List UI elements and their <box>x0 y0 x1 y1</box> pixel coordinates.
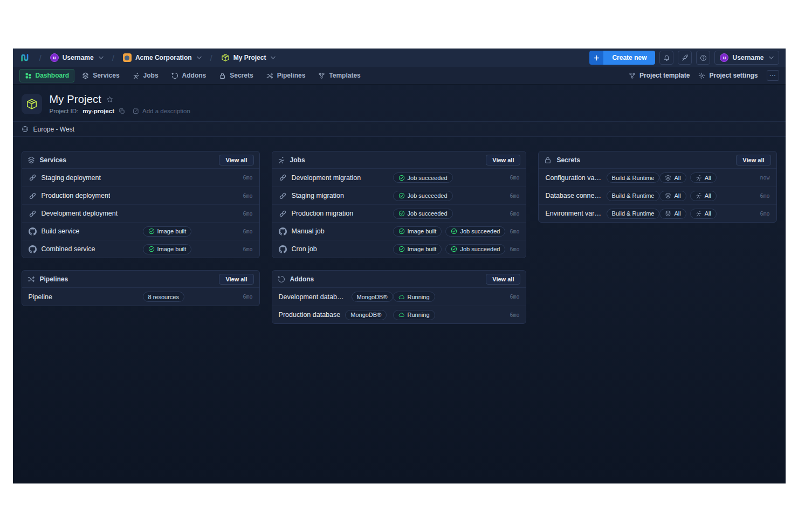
row-status: Image builtJob succeeded <box>393 226 506 237</box>
badge-mongodb: MongoDB® <box>352 292 393 302</box>
card-header: Services View all <box>22 151 259 169</box>
card-row[interactable]: Build serviceImage built6mo <box>22 222 259 240</box>
card-row[interactable]: Development databaseMongoDB®Running6mo <box>272 288 526 306</box>
chevron-down-icon <box>99 56 104 59</box>
layers-icon <box>27 156 35 164</box>
badge-label: All <box>674 210 680 217</box>
badge-label: Build & Runtime <box>612 192 655 199</box>
resource-name: Production migration <box>292 210 354 217</box>
badge-image-built: Image built <box>143 226 192 237</box>
badge-all: All <box>690 209 717 219</box>
tab-label: Addons <box>182 72 207 79</box>
card-row[interactable]: Pipeline8 resources6mo <box>22 288 259 306</box>
edit-icon <box>133 108 139 114</box>
card-row[interactable]: Development deployment6mo <box>22 204 259 222</box>
card-header: Jobs View all <box>272 151 526 169</box>
tab-jobs[interactable]: Jobs <box>127 69 164 82</box>
card-row[interactable]: Production migrationJob succeeded6mo <box>272 204 526 222</box>
card-row[interactable]: Database connectio...Build & RuntimeAllA… <box>539 186 776 204</box>
badge-all: All <box>659 172 686 183</box>
badge-label: Image built <box>157 246 187 252</box>
tab-pipelines[interactable]: Pipelines <box>261 69 311 82</box>
row-main: Staging deployment <box>29 174 143 182</box>
tab-secrets[interactable]: Secrets <box>214 69 258 82</box>
package-icon <box>221 53 230 62</box>
project-header: My Project Project ID: my-project Add a … <box>13 85 786 121</box>
project-nav-actions: Project template Project settings ⋯ <box>629 70 779 81</box>
check-circle-icon <box>398 175 405 181</box>
card-row[interactable]: Environment variablesBuild & RuntimeAllA… <box>539 204 776 222</box>
create-new-button[interactable]: Create new <box>589 51 655 65</box>
project-settings-button[interactable]: Project settings <box>698 72 758 79</box>
view-all-button[interactable]: View all <box>486 155 520 165</box>
card-header: Addons View all <box>272 271 526 288</box>
northflank-logo-icon[interactable] <box>19 52 33 63</box>
pipelines-icon <box>27 275 35 283</box>
tab-label: Dashboard <box>36 72 70 79</box>
breadcrumb-project[interactable]: My Project <box>218 52 279 64</box>
badge-label: All <box>705 210 711 217</box>
row-main: Staging migration <box>279 192 393 200</box>
tab-dashboard[interactable]: Dashboard <box>19 69 75 82</box>
addons-card: Addons View all Development databaseMong… <box>272 270 527 324</box>
row-main: Production migration <box>279 210 393 218</box>
badge-label: Build & Runtime <box>612 175 655 181</box>
view-all-button[interactable]: View all <box>219 274 253 285</box>
card-rows: Pipeline8 resources6mo <box>22 288 259 306</box>
create-new-label: Create new <box>603 51 655 65</box>
view-all-button[interactable]: View all <box>219 155 253 165</box>
row-main: Development deployment <box>29 210 143 218</box>
badge-label: Running <box>408 294 430 300</box>
project-id-value: my-project <box>82 108 114 114</box>
more-options-button[interactable]: ⋯ <box>767 70 779 81</box>
view-all-button[interactable]: View all <box>486 274 520 285</box>
card-row[interactable]: Staging deployment6mo <box>22 169 259 186</box>
templates-icon <box>629 72 636 79</box>
check-circle-icon <box>148 228 155 234</box>
rocket-icon <box>682 54 689 61</box>
favourite-star-icon[interactable] <box>106 96 113 103</box>
breadcrumb-user[interactable]: u Username <box>47 52 106 64</box>
jobs-card: Jobs View all Development migrationJob s… <box>272 151 527 258</box>
github-icon <box>279 227 287 236</box>
badge-label: MongoDB® <box>350 312 381 318</box>
resource-name: Production database <box>279 311 341 319</box>
pipelines-icon <box>266 72 273 79</box>
templates-icon <box>318 72 325 79</box>
project-template-button[interactable]: Project template <box>629 72 690 79</box>
card-row[interactable]: Manual jobImage builtJob succeeded6mo <box>272 222 526 240</box>
row-status: 8 resources <box>143 292 239 302</box>
row-status: AllAll <box>659 172 755 183</box>
card-row[interactable]: Development migrationJob succeeded6mo <box>272 169 526 186</box>
link-icon <box>279 210 287 218</box>
copy-icon[interactable] <box>119 108 125 114</box>
timestamp: 6mo <box>510 175 519 181</box>
card-row[interactable]: Production databaseMongoDB®Running6mo <box>272 306 526 323</box>
badge-all: All <box>690 172 717 183</box>
check-circle-icon <box>398 192 405 199</box>
card-row[interactable]: Production deployment6mo <box>22 186 259 204</box>
view-all-button[interactable]: View all <box>736 155 771 165</box>
card-row[interactable]: Configuration valuesBuild & RuntimeAllAl… <box>539 169 776 186</box>
card-row[interactable]: Combined serviceImage built6mo <box>22 240 259 258</box>
badge-label: Job succeeded <box>408 192 448 199</box>
badge-label: Running <box>408 312 430 318</box>
notifications-button[interactable] <box>659 51 673 65</box>
breadcrumb-organisation[interactable]: Acme Corporation <box>120 52 204 64</box>
timestamp: 6mo <box>510 246 519 252</box>
badge-label: Job succeeded <box>460 228 500 234</box>
row-status: Job succeeded <box>393 172 506 183</box>
whats-new-button[interactable] <box>678 51 692 65</box>
help-button[interactable] <box>696 51 710 65</box>
resource-name: Configuration values <box>545 174 601 182</box>
tab-templates[interactable]: Templates <box>313 69 366 82</box>
tab-addons[interactable]: Addons <box>166 69 212 82</box>
card-row[interactable]: Staging migrationJob succeeded6mo <box>272 186 526 204</box>
card-row[interactable]: Cron jobImage builtJob succeeded6mo <box>272 240 526 258</box>
user-menu[interactable]: u Username <box>714 51 779 65</box>
lock-icon <box>544 156 552 164</box>
breadcrumb-separator: / <box>209 53 214 63</box>
tab-services[interactable]: Services <box>77 69 125 82</box>
row-main: Development migration <box>279 174 393 182</box>
add-description-button[interactable]: Add a description <box>133 108 190 114</box>
